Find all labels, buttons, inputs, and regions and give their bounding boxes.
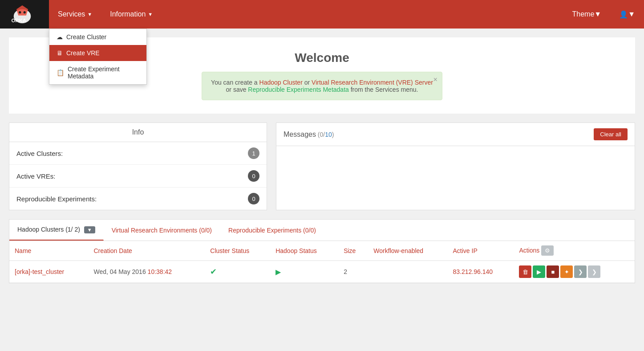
repro-tab-label: Reproducible Experiments (0/0) [228, 227, 316, 234]
orka-logo-svg: ORKA [7, 4, 38, 24]
vre-server-link[interactable]: Virtual Research Environment (VRE) Serve… [312, 79, 433, 86]
repro-experiments-row: Reproducible Experiments: 0 [9, 188, 267, 210]
cell-cluster-name: [orka]-test_cluster [9, 261, 88, 283]
monitor-icon: 🖥 [57, 49, 63, 57]
navbar-right: Theme ▼ 👤 ▼ [563, 0, 644, 29]
cluster-status-check-icon: ✔ [210, 267, 217, 276]
repro-experiments-link[interactable]: Reproducible Experiments Metadata [248, 86, 348, 93]
start-button[interactable]: ▶ [533, 265, 545, 278]
messages-title: Messages [284, 131, 316, 138]
actions-label: Actions [519, 247, 539, 254]
information-nav-item[interactable]: Information ▼ [101, 0, 162, 29]
active-vres-badge: 0 [248, 170, 259, 182]
action-buttons: 🗑 ▶ ■ ✦ ❯ ❯ [519, 265, 629, 278]
active-clusters-badge: 1 [248, 147, 259, 159]
alert-prefix: You can create a [211, 79, 259, 86]
repro-experiments-label: Reproducible Experiments: [16, 195, 97, 203]
date-prefix: Wed, 04 May 2016 [93, 268, 147, 275]
svg-text:ORKA: ORKA [12, 18, 26, 23]
th-workflow-enabled: Workflow-enabled [368, 241, 447, 261]
cell-creation-date: Wed, 04 May 2016 10:38:42 [88, 261, 205, 283]
table-head: Name Creation Date Cluster Status Hadoop… [9, 241, 635, 261]
create-vre-item[interactable]: 🖥 Create VRE [49, 45, 146, 61]
active-ip-link[interactable]: 83.212.96.140 [453, 268, 493, 275]
active-vres-label: Active VREs: [16, 172, 56, 180]
th-actions: Actions ⚙ [514, 241, 635, 261]
active-clusters-row: Active Clusters: 1 [9, 142, 267, 165]
delete-button[interactable]: 🗑 [519, 265, 531, 278]
tab-repro[interactable]: Reproducible Experiments (0/0) [220, 220, 324, 240]
services-dropdown: ☁ Create Cluster 🖥 Create VRE 📋 Create E… [49, 29, 147, 85]
filter-icon[interactable]: ▼ [84, 226, 95, 233]
theme-caret: ▼ [594, 10, 601, 18]
cell-active-ip: 83.212.96.140 [447, 261, 514, 283]
messages-header: Messages (0/10) Clear all [276, 123, 635, 146]
more1-button[interactable]: ❯ [574, 265, 587, 278]
table-header-row: Name Creation Date Cluster Status Hadoop… [9, 241, 635, 261]
repro-experiments-badge: 0 [248, 193, 259, 204]
cell-actions: 🗑 ▶ ■ ✦ ❯ ❯ [514, 261, 635, 283]
cluster-table: Name Creation Date Cluster Status Hadoop… [9, 241, 635, 283]
svg-point-3 [24, 11, 26, 13]
hadoop-tab-label: Hadoop Clusters (1/ 2) [17, 226, 80, 233]
alert-or: or [303, 79, 312, 86]
navbar: ORKA Services ▼ ☁ Create Cluster 🖥 Creat… [0, 0, 644, 29]
settings-icon[interactable]: ⚙ [541, 245, 554, 256]
messages-total: 10 [325, 131, 332, 138]
vre-tab-label: Virtual Research Environments (0/0) [112, 227, 212, 234]
nav-items: Services ▼ ☁ Create Cluster 🖥 Create VRE… [49, 0, 162, 29]
th-active-ip: Active IP [447, 241, 514, 261]
config-button[interactable]: ✦ [560, 265, 573, 278]
cell-hadoop-status: ▶ [270, 261, 338, 283]
svg-point-2 [19, 11, 21, 13]
cluster-name-link[interactable]: [orka]-test_cluster [15, 268, 64, 275]
cell-cluster-status: ✔ [205, 261, 270, 283]
active-vres-row: Active VREs: 0 [9, 165, 267, 188]
th-cluster-status: Cluster Status [205, 241, 270, 261]
cell-workflow-enabled [368, 261, 447, 283]
tabs-section: Hadoop Clusters (1/ 2) ▼ Virtual Researc… [9, 219, 635, 283]
messages-title-group: Messages (0/10) [284, 131, 334, 139]
welcome-alert: × You can create a Hadoop Cluster or Vir… [202, 72, 442, 100]
create-experiment-item[interactable]: 📋 Create Experiment Metadata [49, 61, 146, 84]
brand-logo: ORKA [0, 0, 49, 29]
create-cluster-item[interactable]: ☁ Create Cluster [49, 29, 146, 45]
create-cluster-label: Create Cluster [66, 33, 106, 41]
more2-button[interactable]: ❯ [588, 265, 600, 278]
create-experiment-label: Create Experiment Metadata [68, 65, 139, 80]
alert-suffix: from the Services menu. [349, 86, 418, 93]
theme-nav-item[interactable]: Theme ▼ [563, 0, 611, 29]
active-clusters-label: Active Clusters: [16, 150, 63, 157]
table-row: [orka]-test_cluster Wed, 04 May 2016 10:… [9, 261, 635, 283]
hadoop-cluster-link[interactable]: Hadoop Cluster [259, 79, 303, 86]
panels-row: Info Active Clusters: 1 Active VREs: 0 R… [9, 122, 635, 210]
messages-panel: Messages (0/10) Clear all [276, 122, 635, 210]
close-alert-button[interactable]: × [433, 76, 437, 84]
user-icon: 👤 [619, 10, 628, 19]
alert-mid: or save [226, 86, 248, 93]
svg-marker-1 [16, 5, 28, 16]
cell-size: 2 [338, 261, 368, 283]
information-label: Information [110, 10, 146, 18]
info-panel-header: Info [9, 123, 267, 142]
table-body: [orka]-test_cluster Wed, 04 May 2016 10:… [9, 261, 635, 283]
clipboard-icon: 📋 [57, 69, 64, 76]
th-size: Size [338, 241, 368, 261]
stop-button[interactable]: ■ [547, 265, 559, 278]
services-caret: ▼ [87, 12, 92, 17]
hadoop-status-play-icon: ▶ [275, 268, 281, 276]
create-vre-label: Create VRE [66, 49, 100, 57]
information-caret: ▼ [148, 12, 153, 17]
cloud-icon: ☁ [57, 33, 63, 41]
date-highlight: 10:38:42 [148, 268, 172, 275]
user-caret: ▼ [628, 10, 635, 18]
th-name: Name [9, 241, 88, 261]
tab-vre[interactable]: Virtual Research Environments (0/0) [104, 220, 220, 240]
info-panel: Info Active Clusters: 1 Active VREs: 0 R… [9, 122, 267, 210]
tab-hadoop-clusters[interactable]: Hadoop Clusters (1/ 2) ▼ [9, 220, 104, 241]
services-label: Services [58, 10, 85, 18]
clear-all-button[interactable]: Clear all [594, 128, 628, 140]
services-nav-item[interactable]: Services ▼ ☁ Create Cluster 🖥 Create VRE… [49, 0, 101, 29]
messages-count: (0/10) [318, 131, 334, 138]
user-nav-item[interactable]: 👤 ▼ [610, 0, 644, 29]
